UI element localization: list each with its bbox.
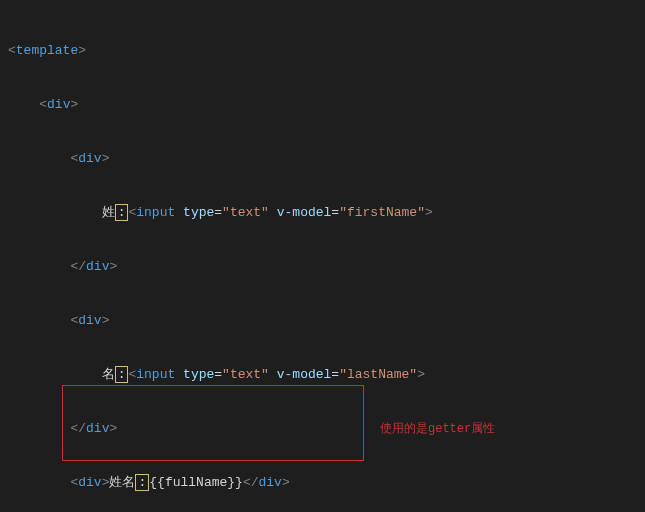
code-line: <div>: [8, 96, 637, 114]
code-line: <div>: [8, 150, 637, 168]
highlight-box: :: [115, 204, 129, 221]
code-line: <template>: [8, 42, 637, 60]
code-line: </div>: [8, 258, 637, 276]
highlight-box: :: [115, 366, 129, 383]
code-line: 姓:<input type="text" v-model="firstName"…: [8, 204, 637, 222]
code-line: </div>: [8, 420, 637, 438]
code-line: <div>姓名:{{fullName}}</div>: [8, 474, 637, 492]
annotation-text: 使用的是getter属性: [380, 420, 495, 438]
code-line: <div>: [8, 312, 637, 330]
highlight-box: :: [135, 474, 149, 491]
code-line: 名:<input type="text" v-model="lastName">: [8, 366, 637, 384]
code-editor[interactable]: <template> <div> <div> 姓:<input type="te…: [0, 0, 645, 512]
